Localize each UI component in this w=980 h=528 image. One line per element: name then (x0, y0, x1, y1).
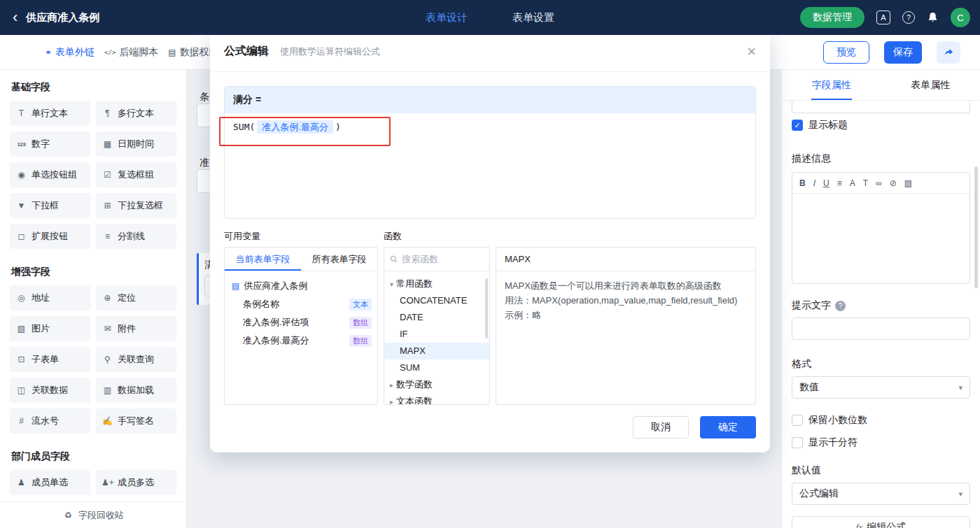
formula-edit-modal: 公式编辑 使用数学运算符编辑公式 × 满分 = SUM(准入条例.最高分) 可用… (210, 31, 770, 452)
tree-root-form[interactable]: ▤ 供应商准入条例 (225, 277, 377, 295)
formula-editor: 满分 = SUM(准入条例.最高分) (224, 86, 756, 219)
partial-scrolled-input[interactable] (792, 101, 970, 113)
function-item-date[interactable]: DATE (384, 309, 489, 326)
variable-row[interactable]: 条例名称 文本 (225, 295, 377, 313)
cancel-button[interactable]: 取消 (633, 416, 689, 438)
italic-icon[interactable]: I (813, 178, 816, 188)
field-item-dropdown[interactable]: ▼下拉框 (10, 193, 90, 218)
function-item-sum[interactable]: SUM (384, 359, 489, 376)
format-label: 格式 (792, 358, 970, 371)
field-item-signature[interactable]: ✍手写签名 (96, 408, 176, 434)
field-item-image[interactable]: ▧图片 (10, 316, 90, 341)
tree-root-label: 供应商准入条例 (244, 280, 307, 292)
function-item-if[interactable]: IF (384, 326, 489, 343)
field-item-label: 地址 (31, 292, 50, 304)
field-item-checkbox-group[interactable]: ☑复选框组 (96, 162, 176, 187)
confirm-button[interactable]: 确定 (700, 416, 756, 438)
image-icon: ▧ (15, 324, 27, 334)
font-color-icon[interactable]: A (850, 178, 855, 188)
panel-labels: 可用变量 函数 (224, 230, 756, 243)
field-item-number[interactable]: 123数字 (10, 131, 90, 157)
field-item-divider[interactable]: ≡分割线 (96, 224, 176, 249)
data-permission-icon: ▤ (168, 48, 176, 57)
tab-field-properties[interactable]: 字段属性 (782, 70, 881, 100)
field-item-member-single[interactable]: ♟成员单选 (10, 470, 90, 495)
field-item-member-multi[interactable]: ♟+成员多选 (96, 470, 176, 495)
unlink-icon[interactable]: ⊘ (890, 178, 897, 188)
image-icon[interactable]: ▧ (904, 178, 912, 188)
help-icon[interactable]: ? (902, 11, 915, 24)
field-item-label: 定位 (118, 292, 136, 304)
keep-decimal-checkbox[interactable] (792, 415, 803, 426)
field-item-subform[interactable]: ⊡子表单 (10, 347, 90, 372)
tab-all-form-fields[interactable]: 所有表单字段 (301, 248, 377, 271)
link-icon[interactable]: ∞ (876, 178, 882, 188)
description-textarea[interactable] (792, 194, 969, 283)
formula-input-area[interactable]: SUM(准入条例.最高分) (225, 113, 755, 218)
bell-icon[interactable] (927, 11, 939, 24)
member-multi-icon: ♟+ (102, 478, 113, 487)
field-item-label: 日期时间 (118, 138, 154, 150)
edit-formula-button[interactable]: fx 编辑公式 (792, 516, 970, 528)
preview-button[interactable]: 预览 (823, 41, 869, 64)
field-item-address[interactable]: ◎地址 (10, 285, 90, 311)
tab-current-form-fields[interactable]: 当前表单字段 (225, 248, 301, 271)
field-item-multi-line-text[interactable]: ¶多行文本 (96, 101, 176, 126)
function-list-scrollbar[interactable] (485, 278, 488, 338)
backend-script-link[interactable]: </> 后端脚本 (104, 46, 158, 59)
default-value-label: 默认值 (792, 464, 970, 477)
align-icon[interactable]: ≡ (837, 178, 842, 188)
field-item-related-data[interactable]: ◫关联数据 (10, 378, 90, 403)
formula-variable-chip[interactable]: 准入条例.最高分 (257, 120, 333, 134)
field-item-location[interactable]: ⊕定位 (96, 285, 176, 311)
tab-form-design[interactable]: 表单设计 (426, 11, 468, 24)
field-palette: 基础字段 T单行文本 ¶多行文本 123数字 ▦日期时间 ◉单选按钮组 ☑复选框… (0, 70, 187, 528)
translate-icon[interactable]: A (876, 10, 890, 24)
field-item-extend-button[interactable]: ◻扩展按钮 (10, 224, 90, 249)
field-item-radio-group[interactable]: ◉单选按钮组 (10, 162, 90, 187)
share-button[interactable] (937, 41, 960, 64)
hint-text-input[interactable] (792, 317, 970, 340)
function-group-label: 数学函数 (396, 379, 433, 390)
tab-form-settings[interactable]: 表单设置 (512, 11, 554, 24)
properties-scrollbar[interactable] (974, 166, 978, 288)
function-item-mapx[interactable]: MAPX (384, 343, 489, 359)
field-recycle-bin[interactable]: ♻ 字段回收站 (0, 501, 186, 528)
thousands-checkbox[interactable] (792, 437, 803, 448)
form-link-icon: ⚭ (45, 48, 52, 57)
variable-type-badge: 数组 (349, 335, 372, 347)
field-item-single-line-text[interactable]: T单行文本 (10, 101, 90, 126)
underline-icon[interactable]: U (823, 178, 830, 188)
field-item-datetime[interactable]: ▦日期时间 (96, 131, 176, 157)
function-group-math[interactable]: ▸数学函数 (384, 376, 489, 393)
edit-formula-label: 编辑公式 (867, 521, 906, 528)
format-select[interactable]: 数值 ▾ (792, 376, 970, 399)
form-external-link[interactable]: ⚭ 表单外链 (45, 46, 94, 59)
data-manage-button[interactable]: 数据管理 (800, 7, 864, 28)
search-icon (390, 255, 398, 264)
field-item-attachment[interactable]: ✉附件 (96, 316, 176, 341)
bold-icon[interactable]: B (799, 178, 806, 188)
tab-form-properties[interactable]: 表单属性 (881, 70, 980, 100)
properties-tabs: 字段属性 表单属性 (782, 70, 980, 101)
variable-row[interactable]: 准入条例.最高分 数组 (225, 331, 377, 350)
function-group-text[interactable]: ▸文本函数 (384, 393, 489, 405)
backend-script-label: 后端脚本 (119, 46, 158, 59)
function-item-concatenate[interactable]: CONCATENATE (384, 292, 489, 309)
field-item-serial-number[interactable]: #流水号 (10, 408, 90, 434)
avatar[interactable]: C (951, 8, 970, 27)
show-title-checkbox[interactable]: ✓ (792, 120, 803, 131)
variable-row[interactable]: 准入条例.评估项 数组 (225, 313, 377, 331)
field-item-related-query[interactable]: ⚲关联查询 (96, 347, 176, 372)
field-item-data-load[interactable]: ▥数据加载 (96, 378, 176, 403)
back-chevron-icon[interactable]: ‹ (10, 10, 20, 25)
function-search-input[interactable] (402, 254, 484, 264)
field-item-dropdown-multi[interactable]: ⊞下拉复选框 (96, 193, 176, 218)
hint-help-icon[interactable]: ? (835, 301, 846, 311)
font-size-icon[interactable]: T (863, 178, 868, 188)
field-item-label: 关联数据 (31, 384, 68, 397)
function-group-common[interactable]: ▾常用函数 (384, 276, 489, 292)
default-value-select[interactable]: 公式编辑 ▾ (792, 483, 970, 505)
save-button[interactable]: 保存 (884, 41, 922, 64)
close-icon[interactable]: × (747, 44, 756, 59)
